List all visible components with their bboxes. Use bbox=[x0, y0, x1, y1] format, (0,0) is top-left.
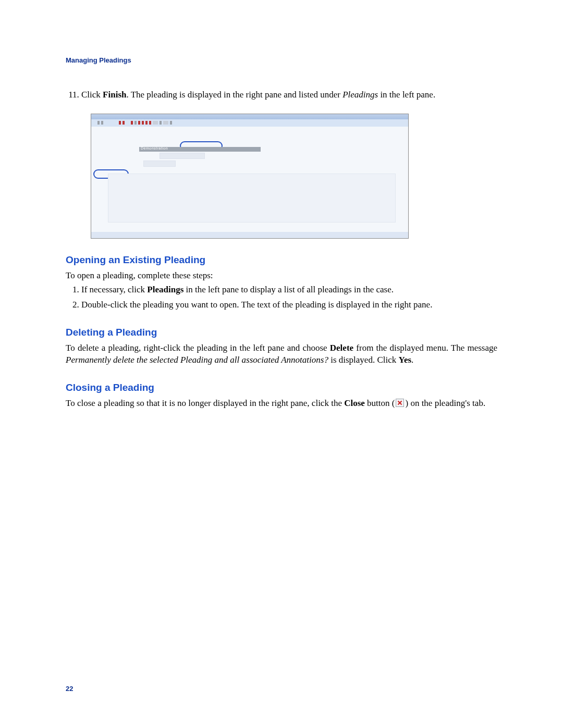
document-page: Managing Pleadings Click Finish. The ple… bbox=[0, 0, 563, 728]
closing-text-1: To close a pleading so that it is no lon… bbox=[66, 398, 344, 408]
close-icon bbox=[396, 399, 404, 407]
toolbar-icon bbox=[123, 121, 125, 125]
numbered-step-list: Click Finish. The pleading is displayed … bbox=[66, 89, 497, 101]
toolbar-icon bbox=[149, 121, 151, 125]
figure-gray-bar: Demonstration bbox=[139, 147, 261, 152]
step-11-finish-bold: Finish bbox=[103, 90, 126, 100]
toolbar-icon bbox=[134, 121, 137, 125]
opening-steps: If necessary, click Pleadings in the lef… bbox=[66, 284, 497, 311]
figure-body: Demonstration bbox=[91, 127, 408, 239]
deleting-text-2: from the displayed menu. The message bbox=[353, 343, 497, 353]
toolbar-icon bbox=[145, 121, 148, 125]
deleting-bold-2: Yes bbox=[399, 355, 412, 365]
deleting-text-1: To delete a pleading, right-click the pl… bbox=[66, 343, 330, 353]
figure-status-bar bbox=[91, 232, 408, 239]
figure-gray-bar-label: Demonstration bbox=[141, 146, 168, 150]
heading-deleting: Deleting a Pleading bbox=[66, 327, 497, 338]
toolbar-icon bbox=[131, 121, 133, 125]
opening-step-1-bold: Pleadings bbox=[147, 285, 183, 294]
heading-opening: Opening an Existing Pleading bbox=[66, 254, 497, 266]
deleting-bold-1: Delete bbox=[330, 343, 353, 353]
opening-step-1: If necessary, click Pleadings in the lef… bbox=[81, 284, 497, 296]
chapter-header: Managing Pleadings bbox=[66, 56, 497, 64]
toolbar-icon bbox=[97, 121, 100, 125]
screenshot-figure: Demonstration bbox=[91, 114, 409, 239]
figure-small-box bbox=[143, 161, 176, 167]
page-number: 22 bbox=[66, 685, 73, 693]
toolbar-icon bbox=[160, 121, 162, 125]
heading-closing: Closing a Pleading bbox=[66, 382, 497, 393]
deleting-paragraph: To delete a pleading, right-click the pl… bbox=[66, 342, 497, 366]
figure-toolbar bbox=[91, 119, 408, 127]
figure-titlebar bbox=[91, 114, 408, 119]
toolbar-icon bbox=[119, 121, 121, 125]
toolbar-icon bbox=[170, 121, 172, 125]
deleting-text-4: . bbox=[411, 355, 413, 365]
toolbar-icon bbox=[163, 121, 168, 125]
deleting-text-3: is displayed. Click bbox=[328, 355, 399, 365]
toolbar-icon bbox=[138, 121, 140, 125]
closing-text-2: button ( bbox=[365, 398, 395, 408]
opening-intro: To open a pleading, complete these steps… bbox=[66, 270, 497, 282]
opening-step-2: Double-click the pleading you want to op… bbox=[81, 299, 497, 311]
step-11-text-1: Click bbox=[81, 90, 103, 100]
opening-step-1-suffix: in the left pane to display a list of al… bbox=[183, 285, 394, 294]
closing-paragraph: To close a pleading so that it is no lon… bbox=[66, 398, 497, 410]
figure-content-box bbox=[108, 174, 396, 223]
step-11-text-3: in the left pane. bbox=[378, 90, 435, 100]
toolbar-icon bbox=[101, 121, 103, 125]
toolbar-icon bbox=[142, 121, 144, 125]
figure-small-box bbox=[160, 153, 205, 159]
deleting-italic: Permanently delete the selected Pleading… bbox=[66, 355, 328, 365]
opening-step-1-prefix: If necessary, click bbox=[81, 285, 147, 294]
closing-text-3: ) on the pleading's tab. bbox=[405, 398, 485, 408]
step-11: Click Finish. The pleading is displayed … bbox=[81, 89, 497, 101]
toolbar-icon bbox=[153, 121, 158, 125]
closing-bold-1: Close bbox=[344, 398, 365, 408]
step-11-text-2: . The pleading is displayed in the right… bbox=[126, 90, 342, 100]
step-11-pleadings-italic: Pleadings bbox=[342, 90, 378, 100]
